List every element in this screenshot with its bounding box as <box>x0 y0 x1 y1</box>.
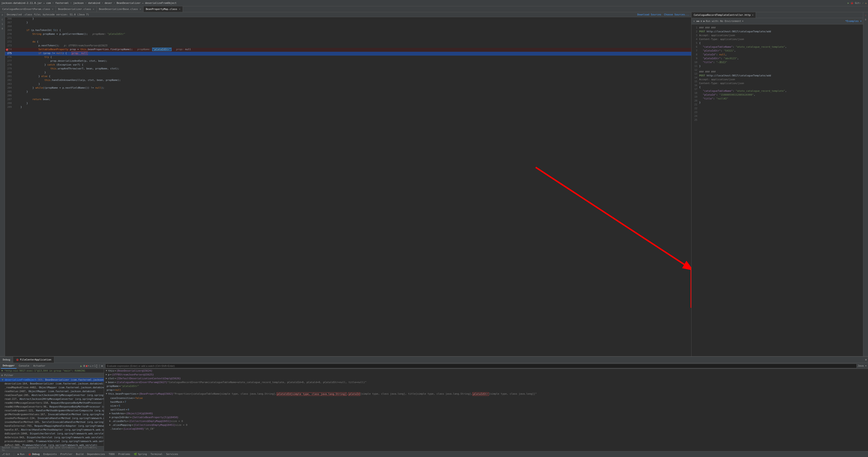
debug-settings-btn[interactable]: ⚙ <box>864 358 868 361</box>
stop-btn[interactable]: ■ <box>86 364 88 367</box>
debugger-tab[interactable]: Debugger <box>1 363 17 369</box>
var-propsinorder[interactable]: ▶ propsInOrder = {SettableBeanProperty[5… <box>104 416 868 419</box>
stack-frame-12[interactable]: handleInternal:793, RequestMappingHandle… <box>0 424 104 428</box>
endpoints-status[interactable]: Endpoints <box>43 453 57 456</box>
add-icon[interactable]: ＋ <box>693 20 695 23</box>
structure-icon[interactable]: S <box>0 22 4 26</box>
stack-frame-15[interactable]: doService:943, DispatcherServlet (org.sp… <box>0 435 104 439</box>
choose-sources-btn[interactable]: Choose Sources... <box>664 13 689 16</box>
todo-label: TODO <box>109 453 115 456</box>
actuator-tab[interactable]: Actuator <box>31 364 47 367</box>
run-to-cursor-btn[interactable]: ⤵ <box>94 364 96 367</box>
var-aliasmapping[interactable]: ▶ .aliasMapping = {Collections$EmptyMap@… <box>104 423 868 427</box>
line-content: } <box>13 71 691 74</box>
stack-frame-9[interactable]: getMethodArgumentValues:167, InvocableHa… <box>0 413 104 416</box>
git-status[interactable]: ⎇ Git <box>2 453 10 456</box>
tab-beandeserializer[interactable]: BeanDeserializer.class × <box>56 6 97 12</box>
project-icon[interactable]: P <box>0 13 4 17</box>
variables-panel[interactable]: ▼ this = {BeanDeserializer@15624} ▶ p = … <box>104 369 868 451</box>
stack-list[interactable]: ▼ deserializeFromObject:369, BeanDeseria… <box>0 378 104 446</box>
stack-frame-5[interactable]: read:227, AbstractJackson2HttpMessageCon… <box>0 397 104 401</box>
step-into-btn[interactable]: ↓ <box>90 364 92 367</box>
line-content: } <box>13 17 691 20</box>
stack-frame-11[interactable]: invokeHandlerMethod:105, ServletInvocabl… <box>0 420 104 424</box>
tab-beanpropertymap[interactable]: BeanPropertyMap.class × <box>144 6 183 12</box>
tab-http-controller[interactable]: CatalogueRecordTemplateController.http × <box>691 12 756 18</box>
stack-frame-17[interactable]: doPost:909, FrameworkServlet (org.spring… <box>0 443 104 446</box>
close-icon[interactable]: × <box>52 8 53 10</box>
run-all-btn[interactable]: ▶▶ <box>697 20 700 23</box>
line-content: } <box>13 83 691 85</box>
close-icon[interactable]: × <box>140 8 141 10</box>
debug-status[interactable]: 🐞 Debug <box>28 453 39 456</box>
examples-btn[interactable]: *Examples ▾ <box>845 20 862 23</box>
stack-frame-1[interactable]: deserialize:164, BeanDeserializer (com.f… <box>0 382 104 386</box>
stack-frame-8[interactable]: resolveArgument:121, HandlerMethodArgume… <box>0 408 104 413</box>
bookmarks-icon[interactable]: B <box>0 27 4 31</box>
stack-frame-16[interactable]: processRequest:1006, FrameworkServlet (o… <box>0 439 104 443</box>
profiler-status[interactable]: Profiler <box>60 453 72 456</box>
close-icon[interactable]: × <box>179 8 180 10</box>
problems-status[interactable]: Problems <box>118 453 130 456</box>
bookmarks-right-icon[interactable]: B <box>864 18 868 22</box>
var-spillcount[interactable]: spillCount = 0 <box>104 408 868 412</box>
code-editor[interactable]: 266 } 267 } 268 269 if (p.hasTokenId( 5)… <box>5 17 691 356</box>
step-over-btn[interactable]: ↷ <box>88 364 90 367</box>
pause-btn[interactable]: ⏸ <box>83 364 86 367</box>
spring-status[interactable]: 🌿 Spring <box>134 453 147 456</box>
close-icon[interactable]: × <box>752 13 754 17</box>
var-p[interactable]: ▶ p = {UTFBStreamJsonParser@15625} <box>104 373 868 376</box>
var-locale[interactable]: .locale = {Locale@18448} "zh_CN" <box>104 427 868 431</box>
stack-frame-7[interactable]: readWithMessageConverters:96, RequestRes… <box>0 405 104 408</box>
run-status[interactable]: ▶ Run <box>18 453 25 456</box>
settings-btn[interactable]: ⚙ <box>701 20 702 23</box>
stack-frame-2[interactable]: _readMapAndClose:4482, ObjectMapper (com… <box>0 386 104 389</box>
run-icon[interactable]: ▶ <box>848 2 849 4</box>
notifications-icon[interactable]: ⚠ <box>864 13 868 17</box>
var-this[interactable]: ▼ this = {BeanDeserializer@15624} <box>104 369 868 373</box>
expand-icon: ▼ <box>106 392 107 395</box>
run-env-select[interactable]: ▶ Run with: No Environment ▾ <box>704 20 744 23</box>
stack-frame-13[interactable]: handle:87, AbstractHandlerMethodAdapter … <box>0 428 104 432</box>
stack-frame-3[interactable]: readValue:2487, ObjectMapper (com.faster… <box>0 389 104 393</box>
line-number: 276 <box>5 56 13 59</box>
todo-status[interactable]: TODO <box>109 453 115 456</box>
var-beanproperties[interactable]: ▼ this.beanProperties = {BeanPropertyMap… <box>104 392 868 396</box>
var-bean[interactable]: ▶ bean = {CatalogueRecordInsertParam@156… <box>104 380 868 384</box>
close-icon[interactable]: × <box>93 8 94 10</box>
chevron-down-icon[interactable]: ▾ <box>742 20 744 23</box>
more-btn[interactable]: ⋮ <box>98 364 101 367</box>
var-ctxt[interactable]: ▶ ctxt = {IDefaultDeserializationContext… <box>104 376 868 380</box>
var-prop[interactable]: prop = null <box>104 388 868 392</box>
stack-frame-4[interactable]: readJavaType:205, AbstractJackson2HttpMe… <box>0 393 104 397</box>
stack-frame-10[interactable]: invokeForRequest:134, InvocableHandlerMe… <box>0 416 104 420</box>
var-hasharea[interactable]: ▶ hashArea = {Object[24]@18449} <box>104 412 868 416</box>
download-sources-btn[interactable]: Download Sources <box>637 13 661 16</box>
stack-frame-0[interactable]: ▼ deserializeFromObject:369, BeanDeseria… <box>0 378 104 382</box>
settings-gear-btn[interactable]: ⚙ <box>101 364 103 367</box>
code-line-288: 288 } <box>5 102 691 105</box>
step-out-btn[interactable]: ↑ <box>92 364 94 367</box>
tab-filecenterapp[interactable]: 🐞 FileCenterApplication <box>13 357 54 363</box>
stack-frame-6[interactable]: readWithMessageConverters:158, RequestRe… <box>0 401 104 405</box>
var-size[interactable]: size = 5 <box>104 404 868 408</box>
tab-cataloguerecordinsertparam[interactable]: CatalogueRecordInsertParam.class × <box>0 6 56 12</box>
stack-frame-14[interactable]: doDispatch:1040, DispatcherServlet (org.… <box>0 432 104 435</box>
terminal-status[interactable]: Terminal <box>151 453 162 456</box>
debug-icon[interactable]: 🐞 <box>850 2 854 4</box>
var-propname[interactable]: propName = "pCataIdStr" <box>104 384 868 388</box>
var-hashmask[interactable]: hashMask = 7 <box>104 400 868 404</box>
services-status[interactable]: Services <box>166 453 178 456</box>
commit-icon[interactable]: C <box>0 18 4 22</box>
var-caseinsensitive[interactable]: caseInsensitive = false <box>104 396 868 400</box>
dependencies-status[interactable]: Dependencies <box>87 453 105 456</box>
evaluate-btn[interactable]: ∑ <box>96 364 98 367</box>
tab-beandeserializerbase[interactable]: BeanDeserializerBase.class × <box>97 6 144 12</box>
filter-icon[interactable]: ⊟ Filter <box>1 374 13 377</box>
eval-input[interactable] <box>105 364 857 368</box>
var-aliasdefs[interactable]: ▶ .aliasDefs = {Collections$EmptyMap@184… <box>104 419 868 423</box>
console-tab[interactable]: Console <box>17 364 31 367</box>
build-status[interactable]: Build <box>76 453 84 456</box>
resume-btn[interactable]: ▶ <box>80 364 82 368</box>
line-number: 274 <box>5 48 13 51</box>
